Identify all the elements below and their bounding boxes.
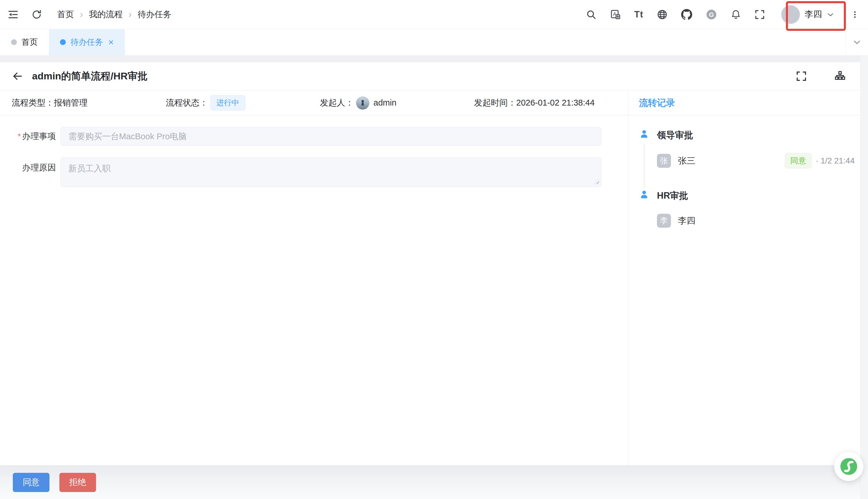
tab-bar: 首页 待办任务 × xyxy=(0,29,868,55)
tab-list-dropdown[interactable] xyxy=(845,29,868,55)
tab-close-icon[interactable]: × xyxy=(108,37,114,47)
scrollbar-track[interactable] xyxy=(860,55,868,499)
node-user-row: 张 张三 同意 · 1/2 21:44 xyxy=(657,153,855,168)
tab-todo-tasks[interactable]: 待办任务 × xyxy=(49,29,125,55)
tab-dot-icon xyxy=(11,39,17,45)
back-icon[interactable] xyxy=(12,70,23,82)
top-header: 首页 › 我的流程 › 待办任务 A Tt xyxy=(0,0,868,29)
page-gap xyxy=(0,55,868,62)
node-user-row: 李 李四 xyxy=(657,214,855,228)
page-title: admin的简单流程/HR审批 xyxy=(32,70,147,83)
flow-meta-row: 流程类型： 报销管理 流程状态： 进行中 发起人： xyxy=(0,90,628,115)
initiator-avatar xyxy=(356,96,369,110)
approval-time: · 1/2 21:44 xyxy=(816,156,855,166)
meta-value: 报销管理 xyxy=(54,97,87,109)
flow-node-leader-approval: 领导审批 张 张三 同意 · 1/2 21:44 xyxy=(639,129,855,168)
meta-start-time: 发起时间： 2026-01-02 21:38:44 xyxy=(474,97,628,109)
flow-record-panel: 流转记录 领导审批 张 张三 同意 · xyxy=(628,90,868,465)
meta-flow-status: 流程状态： 进行中 xyxy=(166,95,320,110)
meta-flow-type: 流程类型： 报销管理 xyxy=(12,97,166,109)
breadcrumb-separator-icon: › xyxy=(128,9,132,19)
meta-initiator: 发起人： admin xyxy=(320,96,474,110)
breadcrumb-todo-tasks[interactable]: 待办任务 xyxy=(138,9,171,20)
sidebar-fold-icon[interactable] xyxy=(8,9,19,20)
approve-button[interactable]: 同意 xyxy=(13,473,49,492)
field-label-matter: *办理事项 xyxy=(0,131,61,142)
tab-label: 首页 xyxy=(22,37,38,48)
more-menu-icon[interactable] xyxy=(851,9,859,20)
reject-button[interactable]: 拒绝 xyxy=(59,473,96,492)
breadcrumb: 首页 › 我的流程 › 待办任务 xyxy=(57,9,171,20)
form-row-matter: *办理事项 xyxy=(0,127,628,146)
flow-diagram-icon[interactable] xyxy=(834,70,846,82)
content-card: admin的简单流程/HR审批 流 xyxy=(0,62,868,465)
approval-result-badge: 同意 xyxy=(785,153,811,168)
form-row-reason: 办理原因 xyxy=(0,157,628,187)
person-icon xyxy=(639,129,650,139)
gitee-icon[interactable]: G xyxy=(705,9,717,20)
fullscreen-icon[interactable] xyxy=(754,9,765,20)
user-name: 李四 xyxy=(805,9,822,20)
translate-icon[interactable]: A xyxy=(610,9,621,20)
task-detail-main: 流程类型： 报销管理 流程状态： 进行中 发起人： xyxy=(0,90,628,465)
task-title-row: admin的简单流程/HR审批 xyxy=(0,62,868,90)
font-size-icon[interactable]: Tt xyxy=(634,9,643,20)
github-icon[interactable] xyxy=(681,9,692,20)
meta-label: 流程类型： xyxy=(12,97,54,109)
panel-title: 流转记录 xyxy=(628,90,868,115)
matter-input[interactable] xyxy=(61,127,602,146)
meta-label: 发起人： xyxy=(320,97,354,109)
user-name: 李四 xyxy=(678,215,695,227)
tab-label: 待办任务 xyxy=(70,37,103,48)
meta-value: 2026-01-02 21:38:44 xyxy=(516,98,595,108)
reason-textarea[interactable] xyxy=(61,157,602,187)
flow-node-hr-approval: HR审批 李 李四 xyxy=(639,189,855,228)
status-badge: 进行中 xyxy=(211,95,246,110)
chevron-down-icon xyxy=(853,38,861,47)
tab-dot-icon xyxy=(60,39,66,45)
required-mark: * xyxy=(18,132,21,141)
node-title: HR审批 xyxy=(657,189,855,202)
user-name: 张三 xyxy=(678,155,695,167)
meta-label: 发起时间： xyxy=(474,97,516,109)
field-label-reason: 办理原因 xyxy=(0,157,61,187)
node-title: 领导审批 xyxy=(657,129,855,142)
expand-fullscreen-icon[interactable] xyxy=(796,71,807,82)
action-footer: 同意 拒绝 xyxy=(0,465,868,499)
user-menu[interactable]: 李四 xyxy=(778,5,837,24)
green-swirl-logo-icon xyxy=(839,457,858,476)
tab-home[interactable]: 首页 xyxy=(0,29,49,55)
user-initial-avatar: 李 xyxy=(657,214,671,228)
meta-label: 流程状态： xyxy=(166,97,208,109)
gitee-letter: G xyxy=(709,11,714,18)
bell-icon[interactable] xyxy=(730,9,741,20)
user-initial-avatar: 张 xyxy=(657,154,671,168)
task-form: *办理事项 办理原因 xyxy=(0,115,628,187)
globe-icon[interactable] xyxy=(657,9,668,20)
search-icon[interactable] xyxy=(586,9,596,20)
breadcrumb-my-flows[interactable]: 我的流程 xyxy=(89,9,122,20)
person-icon xyxy=(639,189,650,200)
breadcrumb-home[interactable]: 首页 xyxy=(57,9,74,20)
breadcrumb-separator-icon: › xyxy=(80,9,83,19)
floating-logo-button[interactable] xyxy=(834,452,863,481)
refresh-icon[interactable] xyxy=(32,9,42,20)
chevron-down-icon xyxy=(827,11,834,18)
avatar xyxy=(781,5,800,24)
meta-value: admin xyxy=(373,98,396,108)
